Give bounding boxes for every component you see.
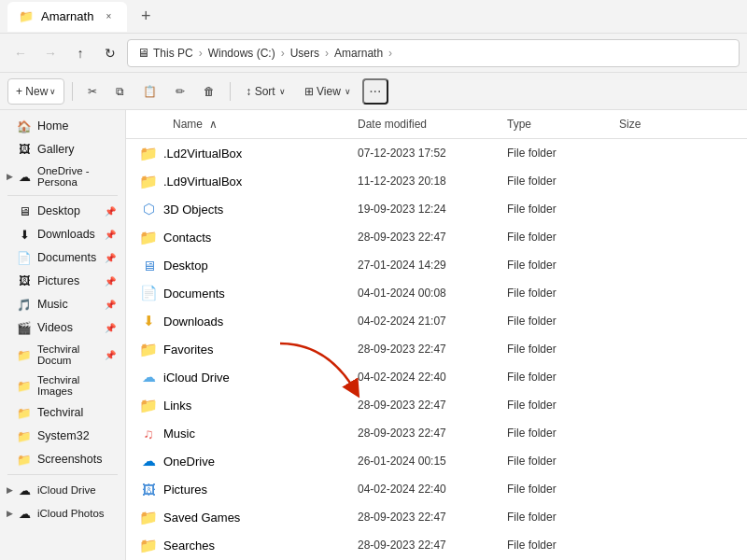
file-name-cell: ☁ OneDrive	[126, 449, 350, 473]
table-row[interactable]: 📁 Links 28-09-2023 22:47 File folder	[126, 391, 747, 419]
col-header-name[interactable]: Name ∧	[126, 114, 350, 134]
icloud-drive-icon: ☁	[17, 483, 32, 497]
sidebar-item-icloud-drive[interactable]: ▶ ☁ iCloud Drive	[4, 479, 121, 501]
file-icon: 📄	[139, 284, 158, 302]
system32-icon: 📁	[17, 428, 32, 443]
file-name-cell: 📁 Links	[126, 393, 350, 417]
back-button[interactable]: ←	[7, 40, 34, 66]
table-row[interactable]: ☁ iCloud Drive 04-02-2024 22:40 File fol…	[126, 363, 747, 391]
sidebar-item-onedrive[interactable]: ▶ ☁ OneDrive - Persona	[4, 161, 121, 191]
sidebar-item-techviral-doc[interactable]: 📁 Techviral Docum 📌	[4, 340, 121, 370]
sidebar-label-documents: Documents	[37, 251, 96, 264]
pin-icon-desktop: 📌	[105, 206, 116, 217]
table-row[interactable]: ♫ Music 28-09-2023 22:47 File folder	[126, 419, 747, 447]
table-row[interactable]: 🖥 Desktop 27-01-2024 14:29 File folder	[126, 251, 747, 279]
file-size	[612, 318, 686, 324]
table-row[interactable]: 📁 .Ld2VirtualBox 07-12-2023 17:52 File f…	[126, 139, 747, 167]
tab-add-button[interactable]: +	[131, 2, 161, 32]
forward-button[interactable]: →	[37, 40, 63, 66]
view-button[interactable]: ⊞ View ∨	[297, 78, 359, 105]
breadcrumb-users: Users	[290, 47, 319, 60]
file-size	[612, 206, 686, 212]
copy-button[interactable]: ⧉	[108, 78, 132, 105]
table-row[interactable]: ⬇ Downloads 04-02-2024 21:07 File folder	[126, 307, 747, 335]
breadcrumb-sep2: ›	[281, 47, 285, 60]
col-header-type[interactable]: Type	[500, 114, 612, 134]
sidebar-item-gallery[interactable]: 🖼 Gallery	[4, 138, 121, 161]
sidebar-label-videos: Videos	[37, 321, 73, 334]
file-icon: ☁	[139, 452, 158, 470]
file-icon: 📁	[139, 144, 158, 162]
col-header-size[interactable]: Size	[612, 114, 686, 134]
file-name: Contacts	[163, 231, 211, 245]
file-icon: 📁	[139, 340, 158, 358]
file-name: Pictures	[163, 483, 207, 497]
file-size	[612, 374, 686, 380]
file-size	[612, 262, 686, 268]
table-row[interactable]: 📄 Documents 04-01-2024 00:08 File folder	[126, 279, 747, 307]
table-row[interactable]: 📁 Contacts 28-09-2023 22:47 File folder	[126, 223, 747, 251]
table-row[interactable]: ⬡ 3D Objects 19-09-2023 12:24 File folde…	[126, 195, 747, 223]
sidebar-item-documents[interactable]: 📄 Documents 📌	[4, 246, 121, 269]
paste-button[interactable]: 📋	[135, 78, 164, 105]
file-type: File folder	[500, 312, 612, 330]
file-icon: ⬡	[139, 200, 158, 218]
more-button[interactable]: ···	[362, 78, 388, 105]
file-type-icon: ☁	[142, 453, 156, 469]
folder-icon: 📁	[139, 229, 158, 246]
file-date: 28-09-2023 22:47	[350, 396, 500, 414]
sidebar-item-music[interactable]: 🎵 Music 📌	[4, 293, 121, 315]
up-button[interactable]: ↑	[67, 40, 93, 66]
table-row[interactable]: ☁ OneDrive 26-01-2024 00:15 File folder	[126, 447, 747, 475]
sidebar-item-icloud-photos[interactable]: ▶ ☁ iCloud Photos	[4, 502, 121, 525]
file-name-cell: 🖥 Desktop	[126, 253, 350, 277]
sidebar-item-desktop[interactable]: 🖥 Desktop 📌	[4, 200, 121, 222]
file-size	[612, 178, 686, 184]
rename-button[interactable]: ✏	[168, 78, 192, 105]
col-header-date[interactable]: Date modified	[350, 114, 500, 134]
file-name: Favorites	[163, 343, 213, 357]
file-name-cell: 📁 Contacts	[126, 225, 350, 249]
sort-button[interactable]: ↕ Sort ∨	[238, 78, 292, 105]
table-row[interactable]: 📁 Favorites 28-09-2023 22:47 File folder	[126, 335, 747, 363]
sidebar-item-home[interactable]: 🏠 Home	[4, 115, 121, 137]
file-date: 11-12-2023 20:18	[350, 172, 500, 190]
table-row[interactable]: 📁 Saved Games 28-09-2023 22:47 File fold…	[126, 503, 747, 531]
file-date: 04-02-2024 22:40	[350, 480, 500, 498]
file-size	[612, 346, 686, 352]
screenshots-icon: 📁	[17, 452, 32, 467]
sidebar-item-techviral[interactable]: 📁 Techviral	[4, 401, 121, 424]
file-icon: ⬇	[139, 312, 158, 330]
sidebar-item-techviral-img[interactable]: 📁 Techviral Images	[4, 371, 121, 400]
sidebar-label-onedrive: OneDrive - Persona	[37, 165, 112, 188]
sidebar-label-pictures: Pictures	[37, 274, 79, 287]
sidebar: 🏠 Home 🖼 Gallery ▶ ☁ OneDrive - Persona …	[0, 110, 126, 560]
file-icon: 📁	[139, 228, 158, 246]
table-row[interactable]: 🖼 Pictures 04-02-2024 22:40 File folder	[126, 475, 747, 503]
delete-button[interactable]: 🗑	[196, 78, 222, 105]
table-row[interactable]: 📁 Searches 28-09-2023 22:47 File folder	[126, 531, 747, 559]
expand-icon-onedrive: ▶	[7, 172, 13, 181]
file-size	[612, 402, 686, 408]
sidebar-item-screenshots[interactable]: 📁 Screenshots	[4, 448, 121, 470]
file-name: .Ld9VirtualBox	[163, 175, 242, 189]
tab-close-button[interactable]: ×	[101, 9, 116, 24]
music-icon: 🎵	[17, 297, 32, 312]
file-name: Desktop	[163, 259, 208, 273]
sidebar-item-system32[interactable]: 📁 System32	[4, 425, 121, 447]
file-size	[612, 290, 686, 296]
tab[interactable]: 📁 Amarnath ×	[7, 2, 127, 32]
address-bar[interactable]: 🖥 This PC › Windows (C:) › Users › Amarn…	[127, 39, 740, 67]
breadcrumb-thispc: This PC	[153, 47, 193, 60]
folder-icon: 📁	[139, 509, 158, 526]
file-name: iCloud Drive	[163, 371, 230, 385]
sidebar-item-pictures[interactable]: 🖼 Pictures 📌	[4, 270, 121, 292]
table-row[interactable]: 📁 .Ld9VirtualBox 11-12-2023 20:18 File f…	[126, 167, 747, 195]
sidebar-item-downloads[interactable]: ⬇ Downloads 📌	[4, 223, 121, 245]
new-button[interactable]: + New ∨	[7, 78, 64, 105]
cut-button[interactable]: ✂	[80, 78, 105, 105]
sidebar-item-videos[interactable]: 🎬 Videos 📌	[4, 316, 121, 339]
file-name-cell: ⬡ 3D Objects	[126, 197, 350, 221]
file-date: 28-09-2023 22:47	[350, 536, 500, 554]
refresh-button[interactable]: ↻	[97, 40, 123, 66]
